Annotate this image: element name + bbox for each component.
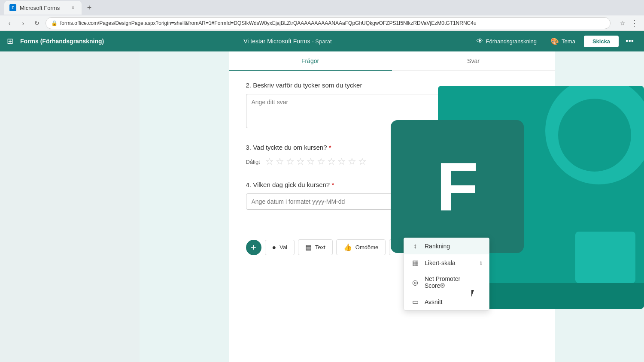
address-bar: ‹ › ↻ 🔒 forms.office.com/Pages/DesignPag… [0,15,644,31]
active-tab[interactable]: F Microsoft Forms × [4,1,82,15]
splash-rectangle [575,232,635,283]
add-omdome-button[interactable]: 👍 Omdöme [336,239,386,255]
form-tab-bar: Frågor Svar [229,51,555,71]
question-2-block: 2. Beskriv varför du tycker som du tycke… [246,81,538,130]
app-header: ⊞ Forms (Förhandsgranskning) Vi testar M… [0,31,644,51]
question-4-label: 4. Vilken dag gick du kursen? * [246,181,538,188]
avsnitt-icon: ▭ [411,298,419,306]
form-panel: Frågor Svar 2. Beskriv varför du tycker … [229,51,555,362]
header-actions: 👁 Förhandsgranskning 🎨 Tema Skicka ••• [471,35,637,48]
browser-actions: ☆ ⋮ [617,18,640,28]
url-bar[interactable]: 🔒 forms.office.com/Pages/DesignPage.aspx… [46,17,611,29]
splash-circle-outer [545,86,644,184]
ranking-label: Rankning [425,243,450,250]
waffle-icon[interactable]: ⊞ [7,36,13,46]
bottom-toolbar: + ● Val ▤ Text 👍 Omdöme 📅 Datum [229,234,555,260]
nps-label: Net Promoter Score® [425,275,482,289]
more-options-button[interactable]: ••• [622,37,637,46]
val-icon: ● [272,244,276,251]
star-3[interactable]: ☆ [286,156,295,167]
star-rating-row: Dåligt ☆ ☆ ☆ ☆ ☆ ☆ ☆ ☆ ☆ ☆ [246,156,538,167]
back-button[interactable]: ‹ [4,18,15,28]
avsnitt-label: Avsnitt [425,299,443,305]
dropdown-item-avsnitt[interactable]: ▭ Avsnitt [404,293,489,310]
tab-label: Microsoft Forms [20,5,60,11]
app-title: Forms (Förhandsgranskning) [20,38,104,45]
star-4[interactable]: ☆ [296,156,305,167]
tab-close-button[interactable]: × [70,4,76,11]
likert-label: Likert-skala [425,259,456,266]
left-panel [0,51,140,362]
tab-bar: F Microsoft Forms × + [0,0,644,15]
likert-icon: ▦ [411,259,419,267]
star-10[interactable]: ☆ [358,156,367,167]
form-content: 2. Beskriv varför du tycker som du tycke… [229,71,555,234]
star-7[interactable]: ☆ [327,156,336,167]
omdome-icon: 👍 [343,243,352,251]
question-2-label: 2. Beskriv varför du tycker som du tycke… [246,81,538,89]
theme-tab[interactable]: 🎨 Tema [545,35,580,48]
form-area: Frågor Svar 2. Beskriv varför du tycker … [140,51,644,362]
rating-low-label: Dåligt [246,159,260,165]
bookmark-button[interactable]: ☆ [617,18,628,28]
text-icon: ▤ [305,243,312,251]
star-5[interactable]: ☆ [307,156,315,167]
responses-tab[interactable]: Svar [392,51,555,70]
star-2[interactable]: ☆ [276,156,284,167]
text-label: Text [315,244,325,250]
omdome-label: Omdöme [355,244,378,250]
form-name: Vi testar Microsoft Forms [243,38,310,45]
tab-favicon: F [9,4,16,11]
forward-button[interactable]: › [18,18,28,28]
star-8[interactable]: ☆ [337,156,346,167]
splash-circle-inner [558,99,631,172]
saved-status: Sparat [315,38,331,45]
add-text-button[interactable]: ▤ Text [298,239,333,255]
val-label: Val [279,244,287,250]
ranking-icon: ↕ [411,242,419,250]
questions-tab[interactable]: Frågor [229,51,392,71]
likert-info-icon: ℹ [480,260,482,266]
star-9[interactable]: ☆ [348,156,356,167]
refresh-button[interactable]: ↻ [32,18,42,28]
browser-chrome: F Microsoft Forms × + ‹ › ↻ 🔒 forms.offi… [0,0,644,31]
header-center: Vi testar Microsoft Forms - Sparat [111,38,464,45]
question-3-block: 3. Vad tyckte du om kursen? * Dåligt ☆ ☆… [246,144,538,167]
preview-tab[interactable]: 👁 Förhandsgranskning [471,35,542,48]
question-4-block: 4. Vilken dag gick du kursen? * [246,181,538,210]
browser-menu-button[interactable]: ⋮ [629,18,640,28]
new-tab-button[interactable]: + [83,2,95,14]
question-3-label: 3. Vad tyckte du om kursen? * [246,144,538,151]
star-6[interactable]: ☆ [317,156,325,167]
url-text: forms.office.com/Pages/DesignPage.aspx?o… [60,20,605,26]
dropdown-item-likert[interactable]: ▦ Likert-skala ℹ [404,254,489,271]
question-4-date-input[interactable] [246,193,538,210]
send-button[interactable]: Skicka [584,36,619,47]
nps-icon: ◎ [411,278,419,287]
dropdown-item-nps[interactable]: ◎ Net Promoter Score® [404,271,489,293]
main-area: Frågor Svar 2. Beskriv varför du tycker … [0,51,644,362]
add-val-button[interactable]: ● Val [265,240,295,255]
star-1[interactable]: ☆ [265,156,274,167]
question-2-input[interactable] [246,94,538,128]
dropdown-menu: ↕ Rankning ▦ Likert-skala ℹ ◎ Net Promot… [404,238,489,311]
dropdown-item-ranking[interactable]: ↕ Rankning [404,238,489,254]
add-question-button[interactable]: + [246,240,261,255]
